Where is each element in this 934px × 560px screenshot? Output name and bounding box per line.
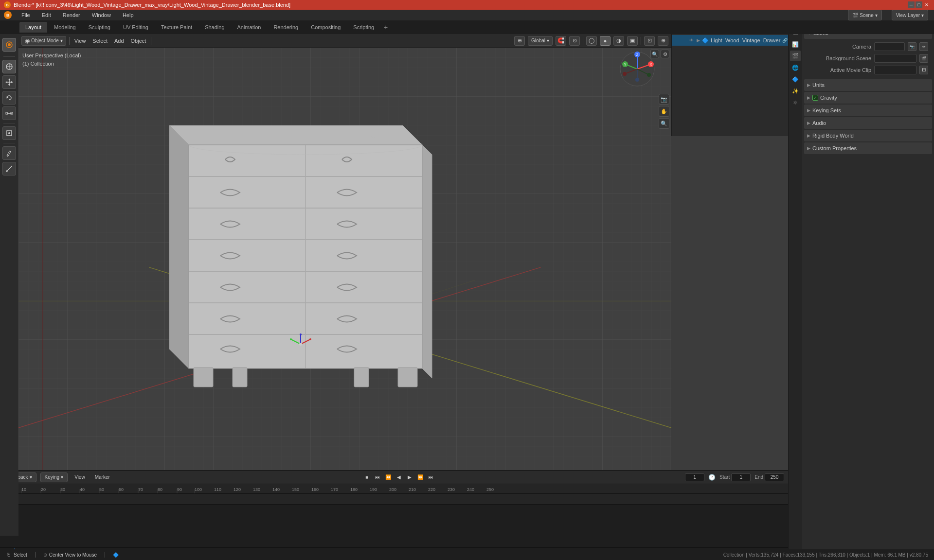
timeline-marker-dropdown[interactable]: Marker <box>92 473 113 481</box>
background-scene-value[interactable] <box>874 54 916 63</box>
gravity-section-header[interactable]: ▶ ✓ Gravity <box>804 92 932 104</box>
movie-clip-value[interactable] <box>874 66 916 74</box>
timeline-track-area[interactable]: 1 10 20 30 40 50 60 70 80 90 100 110 120… <box>0 484 788 547</box>
overlay-toggle[interactable]: ⊡ <box>644 36 655 46</box>
background-scene-browse-btn[interactable]: 🎬 <box>919 54 928 63</box>
tab-uv-editing[interactable]: UV Editing <box>117 22 154 33</box>
play-reverse-btn[interactable]: ◀ <box>395 473 403 482</box>
tab-sculpting[interactable]: Sculpting <box>83 22 116 33</box>
minimize-button[interactable]: ─ <box>908 1 915 8</box>
props-object-icon[interactable]: 🔷 <box>790 74 801 85</box>
mode-label: Object Mode <box>31 38 59 43</box>
tab-compositing[interactable]: Compositing <box>305 22 346 33</box>
gravity-checkbox[interactable]: ✓ <box>812 95 818 101</box>
svg-text:180: 180 <box>350 487 358 492</box>
tab-shading[interactable]: Shading <box>199 22 230 33</box>
menu-help[interactable]: Help <box>121 11 136 19</box>
svg-text:250: 250 <box>486 487 494 492</box>
jump-end-btn[interactable]: ⏭ <box>427 473 435 482</box>
end-frame-input[interactable] <box>765 473 784 481</box>
props-view-layer-icon[interactable]: 📊 <box>790 39 801 50</box>
scene-selector[interactable]: 🎬 Scene ▾ <box>848 10 881 20</box>
menu-window[interactable]: Window <box>90 11 113 19</box>
props-scene-icon[interactable]: 🎬 <box>790 51 801 61</box>
svg-marker-10 <box>11 81 13 83</box>
viewport-mode-selector[interactable]: ◉ Object Mode ▾ <box>21 36 66 46</box>
solid-shading-btn[interactable]: ● <box>600 36 611 46</box>
rotate-tool-btn[interactable] <box>2 91 16 105</box>
blender-logo: B <box>4 1 11 8</box>
current-frame-input[interactable] <box>685 473 704 481</box>
props-physics-icon[interactable]: ⚛ <box>790 97 801 108</box>
object-link-icon[interactable]: 🔗 <box>782 38 788 43</box>
units-section-header[interactable]: ▶ Units <box>804 79 932 91</box>
zoom-view-btn[interactable]: 🔍 <box>659 118 669 129</box>
gizmo-toggle[interactable]: ⊕ <box>658 36 668 46</box>
timeline-transport-controls: ■ ⏮ ⏪ ◀ ▶ ⏩ ⏭ <box>362 473 435 482</box>
transform-tool-btn[interactable] <box>2 126 16 140</box>
tab-rendering[interactable]: Rendering <box>268 22 304 33</box>
outliner-object-item[interactable]: 👁 ▶ 🔷 Light_Wood_Vintage_Drawer 🔗 📷 <box>672 35 788 46</box>
view-layer-selector[interactable]: View Layer ▾ <box>892 10 928 20</box>
annotate-tool-btn[interactable] <box>2 146 16 160</box>
lookdev-shading-btn[interactable]: ◑ <box>613 36 624 46</box>
transform-orientation-selector[interactable]: Global ▾ <box>528 36 553 46</box>
view-menu[interactable]: View <box>72 37 88 45</box>
svg-line-26 <box>215 280 476 365</box>
props-world-icon[interactable]: 🌐 <box>790 62 801 73</box>
tab-texture-paint[interactable]: Texture Paint <box>155 22 198 33</box>
add-menu[interactable]: Add <box>112 37 126 45</box>
audio-section-header[interactable]: ▶ Audio <box>804 117 932 129</box>
timeline-keying-dropdown[interactable]: Keying ▾ <box>40 472 68 482</box>
blender-icon: B <box>4 11 12 19</box>
mode-icon-btn[interactable] <box>2 38 16 52</box>
cursor-tool-btn[interactable] <box>2 60 16 73</box>
custom-props-chevron: ▶ <box>807 146 810 151</box>
transform-pivot-selector[interactable]: ⊕ <box>514 36 525 46</box>
object-menu[interactable]: Object <box>129 37 148 45</box>
movie-clip-browse-btn[interactable]: 🎞 <box>919 66 928 74</box>
camera-view-btn[interactable]: 📷 <box>659 94 669 105</box>
maximize-button[interactable]: □ <box>916 1 922 8</box>
measure-tool-btn[interactable] <box>2 162 16 175</box>
timeline-view-dropdown[interactable]: View <box>72 473 88 481</box>
svg-rect-40 <box>194 368 213 387</box>
rigid-body-world-header[interactable]: ▶ Rigid Body World <box>804 130 932 141</box>
next-frame-btn[interactable]: ⏩ <box>416 473 425 482</box>
close-button[interactable]: ✕ <box>923 1 930 8</box>
start-frame-input[interactable] <box>731 473 751 481</box>
grab-view-btn[interactable]: ✋ <box>659 106 669 117</box>
rendered-shading-btn[interactable]: ▣ <box>627 36 638 46</box>
select-menu[interactable]: Select <box>90 37 109 45</box>
navigation-gizmo[interactable]: Z X Y <box>618 50 657 90</box>
viewport-filter-btn[interactable]: ⚙ <box>661 50 669 58</box>
tab-layout[interactable]: Layout <box>19 22 47 33</box>
menu-edit[interactable]: Edit <box>40 11 53 19</box>
keying-sets-header[interactable]: ▶ Keying Sets <box>804 105 932 116</box>
camera-value[interactable] <box>874 42 905 51</box>
scale-tool-btn[interactable] <box>2 106 16 120</box>
jump-start-btn[interactable]: ⏮ <box>373 473 382 482</box>
svg-point-67 <box>647 73 651 77</box>
scene-icon: 🎬 <box>852 13 858 18</box>
stop-btn[interactable]: ■ <box>362 473 371 482</box>
menu-render[interactable]: Render <box>61 11 82 19</box>
snapping-toggle[interactable]: 🧲 <box>556 36 566 46</box>
props-particles-icon[interactable]: ✨ <box>790 86 801 96</box>
tab-animation[interactable]: Animation <box>232 22 267 33</box>
prev-frame-btn[interactable]: ⏪ <box>384 473 393 482</box>
3d-viewport[interactable]: User Perspective (Local) (1) Collection … <box>18 48 671 470</box>
add-workspace-button[interactable]: + <box>381 22 391 32</box>
move-tool-btn[interactable] <box>2 75 16 89</box>
play-btn[interactable]: ▶ <box>405 473 414 482</box>
object-visible-icon[interactable]: 👁 <box>689 38 694 43</box>
menu-file[interactable]: File <box>19 11 32 19</box>
camera-browse-btn[interactable]: 📷 <box>908 42 916 51</box>
svg-text:80: 80 <box>158 487 162 492</box>
custom-props-header[interactable]: ▶ Custom Properties <box>804 142 932 154</box>
camera-pin-btn[interactable]: ✏ <box>919 42 928 51</box>
proportional-edit-toggle[interactable]: ⊙ <box>569 36 580 46</box>
wireframe-shading-btn[interactable]: ◯ <box>586 36 597 46</box>
tab-scripting[interactable]: Scripting <box>347 22 380 33</box>
tab-modeling[interactable]: Modeling <box>48 22 82 33</box>
